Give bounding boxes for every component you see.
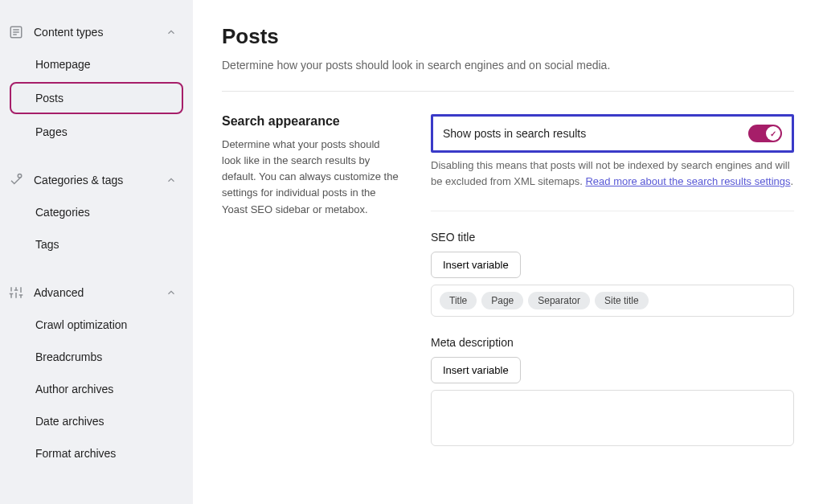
subitems: Categories Tags [0, 196, 193, 260]
section-header-content-types[interactable]: Content types [0, 16, 193, 48]
categories-tags-icon [8, 172, 24, 188]
right-column: Show posts in search results ✓ Disabling… [431, 114, 794, 449]
search-appearance-description: Determine what your posts should look li… [222, 137, 399, 218]
show-posts-toggle-row: Show posts in search results ✓ [431, 114, 794, 153]
sidebar-item-format-archives[interactable]: Format archives [0, 437, 193, 469]
sidebar: Content types Homepage Posts Pages Categ… [0, 0, 193, 504]
toggle-knob: ✓ [766, 126, 780, 141]
variable-chip[interactable]: Page [481, 292, 523, 309]
help-text-suffix: . [791, 175, 794, 187]
chevron-up-icon [166, 287, 177, 298]
section-title: Advanced [34, 286, 166, 299]
divider [222, 91, 794, 92]
sidebar-item-categories[interactable]: Categories [0, 196, 193, 228]
sidebar-item-date-archives[interactable]: Date archives [0, 405, 193, 437]
left-column: Search appearance Determine what your po… [222, 114, 399, 449]
seo-title-field: SEO title Insert variable Title Page Sep… [431, 231, 794, 317]
subitems: Homepage Posts Pages [0, 48, 193, 148]
check-icon: ✓ [770, 129, 776, 138]
sidebar-item-posts[interactable]: Posts [10, 82, 183, 114]
sidebar-item-crawl-optimization[interactable]: Crawl optimization [0, 309, 193, 341]
toggle-label: Show posts in search results [443, 127, 586, 140]
sidebar-item-tags[interactable]: Tags [0, 228, 193, 260]
insert-variable-button-meta[interactable]: Insert variable [431, 357, 521, 383]
section-title: Categories & tags [34, 174, 166, 186]
content-types-icon [8, 24, 24, 40]
sidebar-section-advanced: Advanced Crawl optimization Breadcrumbs … [0, 277, 193, 469]
variable-chip[interactable]: Separator [528, 292, 590, 309]
meta-description-input[interactable] [431, 390, 794, 446]
section-title: Content types [34, 26, 166, 39]
sidebar-section-content-types: Content types Homepage Posts Pages [0, 16, 193, 148]
meta-description-label: Meta description [431, 336, 794, 349]
sidebar-item-homepage[interactable]: Homepage [0, 48, 193, 80]
svg-point-4 [18, 174, 22, 178]
variable-chip[interactable]: Site title [595, 292, 649, 309]
sidebar-item-author-archives[interactable]: Author archives [0, 373, 193, 405]
chevron-up-icon [166, 174, 177, 186]
meta-description-field: Meta description Insert variable [431, 336, 794, 449]
insert-variable-button-seo[interactable]: Insert variable [431, 252, 521, 278]
advanced-icon [8, 285, 24, 301]
show-posts-toggle[interactable]: ✓ [748, 125, 782, 142]
variable-chip[interactable]: Title [440, 292, 477, 309]
sidebar-item-pages[interactable]: Pages [0, 116, 193, 148]
subdivider [431, 211, 794, 211]
read-more-link[interactable]: Read more about the search results setti… [585, 175, 790, 187]
sidebar-item-breadcrumbs[interactable]: Breadcrumbs [0, 341, 193, 373]
page-title: Posts [222, 24, 794, 49]
sidebar-section-categories-tags: Categories & tags Categories Tags [0, 164, 193, 260]
subitems: Crawl optimization Breadcrumbs Author ar… [0, 309, 193, 469]
content-row: Search appearance Determine what your po… [222, 114, 794, 449]
page-description: Determine how your posts should look in … [222, 59, 794, 72]
section-header-advanced[interactable]: Advanced [0, 277, 193, 309]
chevron-up-icon [166, 27, 177, 38]
main-content: Posts Determine how your posts should lo… [193, 0, 823, 504]
seo-title-input[interactable]: Title Page Separator Site title [431, 285, 794, 317]
section-header-categories-tags[interactable]: Categories & tags [0, 164, 193, 196]
search-appearance-heading: Search appearance [222, 114, 399, 129]
seo-title-label: SEO title [431, 231, 794, 244]
toggle-help-text: Disabling this means that posts will not… [431, 158, 794, 190]
